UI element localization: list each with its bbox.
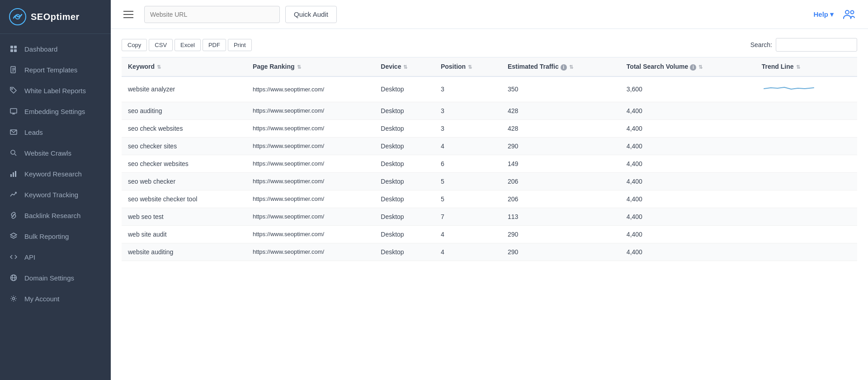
- svg-rect-19: [15, 171, 16, 177]
- sidebar-item-label: Leads: [24, 128, 43, 136]
- search-section: Search:: [750, 38, 857, 52]
- svg-marker-20: [10, 233, 17, 237]
- svg-rect-11: [10, 109, 17, 113]
- sidebar-item-api[interactable]: API: [0, 247, 111, 267]
- sidebar-logo: SEOptimer: [0, 0, 111, 34]
- cell-position: 3: [434, 119, 501, 137]
- help-button[interactable]: Help ▾: [813, 10, 834, 19]
- topbar: Quick Audit Help ▾: [111, 0, 868, 29]
- table-row: seo checker siteshttps://www.seoptimer.c…: [122, 137, 857, 155]
- col-header-total_search_volume[interactable]: Total Search Volumei⇅: [620, 57, 755, 76]
- hamburger-line-3: [123, 17, 133, 18]
- sidebar-item-dashboard[interactable]: Dashboard: [0, 38, 111, 59]
- cell-position: 4: [434, 137, 501, 155]
- col-header-position[interactable]: Position⇅: [434, 57, 501, 76]
- sidebar-item-label: Backlink Research: [24, 212, 80, 219]
- code-icon: [9, 252, 18, 261]
- sidebar-item-white-label[interactable]: White Label Reports: [0, 80, 111, 101]
- cell-page-ranking: https://www.seoptimer.com/: [246, 190, 374, 208]
- sidebar-item-bulk-reporting[interactable]: Bulk Reporting: [0, 226, 111, 247]
- cell-trend-line: [755, 225, 857, 243]
- table-row: web seo testhttps://www.seoptimer.com/De…: [122, 208, 857, 225]
- export-csv-button[interactable]: CSV: [149, 39, 173, 51]
- cell-page-ranking: https://www.seoptimer.com/: [246, 225, 374, 243]
- svg-rect-2: [10, 46, 13, 48]
- col-header-keyword[interactable]: Keyword⇅: [122, 57, 246, 76]
- cell-estimated-traffic: 290: [501, 225, 620, 243]
- cell-total-search-volume: 4,400: [620, 137, 755, 155]
- cell-estimated-traffic: 350: [501, 76, 620, 102]
- sort-icon-total_search_volume: ⇅: [698, 64, 703, 70]
- file-text-icon: [9, 65, 18, 74]
- cell-device: Desktop: [374, 137, 434, 155]
- sidebar-item-website-crawls[interactable]: Website Crawls: [0, 142, 111, 163]
- sidebar-item-backlink-research[interactable]: Backlink Research: [0, 205, 111, 226]
- sidebar-item-label: White Label Reports: [24, 87, 86, 95]
- export-excel-button[interactable]: Excel: [175, 39, 201, 51]
- sidebar-item-label: Website Crawls: [24, 149, 71, 157]
- cell-estimated-traffic: 206: [501, 172, 620, 190]
- monitor-icon: [9, 107, 18, 116]
- info-icon-total_search_volume[interactable]: i: [690, 64, 696, 71]
- table-row: web site audithttps://www.seoptimer.com/…: [122, 225, 857, 243]
- sidebar-item-label: Keyword Tracking: [24, 191, 78, 199]
- nav-items: Dashboard Report Templates White Label R…: [0, 34, 111, 380]
- col-header-estimated_traffic[interactable]: Estimated Traffici⇅: [501, 57, 620, 76]
- info-icon-estimated_traffic[interactable]: i: [561, 64, 567, 71]
- table-row: website auditinghttps://www.seoptimer.co…: [122, 243, 857, 261]
- menu-toggle-button[interactable]: [122, 9, 135, 20]
- svg-rect-3: [14, 46, 17, 48]
- table-header: Keyword⇅Page Ranking⇅Device⇅Position⇅Est…: [122, 57, 857, 76]
- cell-trend-line: [755, 102, 857, 119]
- cell-device: Desktop: [374, 243, 434, 261]
- sidebar-item-label: Bulk Reporting: [24, 233, 69, 240]
- url-input[interactable]: [144, 6, 280, 23]
- svg-rect-18: [13, 172, 14, 177]
- main-area: Quick Audit Help ▾ CopyCSVExcelPDFPrint …: [111, 0, 868, 380]
- table-row: website analyzerhttps://www.seoptimer.co…: [122, 76, 857, 102]
- cell-page-ranking: https://www.seoptimer.com/: [246, 172, 374, 190]
- cell-position: 5: [434, 190, 501, 208]
- sidebar-item-embedding[interactable]: Embedding Settings: [0, 101, 111, 122]
- hamburger-line-1: [123, 11, 133, 12]
- users-icon[interactable]: [841, 6, 857, 23]
- cell-total-search-volume: 4,400: [620, 243, 755, 261]
- cell-keyword: website analyzer: [122, 76, 246, 102]
- sidebar-item-report-templates[interactable]: Report Templates: [0, 59, 111, 80]
- sidebar-item-label: Embedding Settings: [24, 108, 85, 115]
- quick-audit-button[interactable]: Quick Audit: [285, 6, 337, 23]
- sidebar-item-leads[interactable]: Leads: [0, 122, 111, 142]
- mail-icon: [9, 128, 18, 137]
- export-pdf-button[interactable]: PDF: [203, 39, 226, 51]
- bar-chart-icon: [9, 169, 18, 178]
- sort-icon-estimated_traffic: ⇅: [569, 64, 573, 70]
- hamburger-line-2: [123, 14, 133, 15]
- search-label: Search:: [750, 41, 772, 48]
- col-header-trend_line[interactable]: Trend Line⇅: [755, 57, 857, 76]
- export-print-button[interactable]: Print: [228, 39, 252, 51]
- col-header-page_ranking[interactable]: Page Ranking⇅: [246, 57, 374, 76]
- sidebar-item-keyword-tracking[interactable]: Keyword Tracking: [0, 184, 111, 205]
- search-input[interactable]: [776, 38, 857, 52]
- cell-keyword: seo website checker tool: [122, 190, 246, 208]
- cell-trend-line: [755, 137, 857, 155]
- cell-device: Desktop: [374, 208, 434, 225]
- cell-trend-line: [755, 119, 857, 137]
- svg-rect-17: [10, 174, 12, 177]
- svg-point-26: [851, 10, 854, 14]
- sidebar-item-domain-settings[interactable]: Domain Settings: [0, 267, 111, 288]
- cell-page-ranking: https://www.seoptimer.com/: [246, 76, 374, 102]
- sidebar-item-keyword-research[interactable]: Keyword Research: [0, 163, 111, 184]
- cell-position: 3: [434, 102, 501, 119]
- sidebar-item-label: Report Templates: [24, 66, 77, 74]
- cell-device: Desktop: [374, 119, 434, 137]
- cell-page-ranking: https://www.seoptimer.com/: [246, 155, 374, 172]
- sidebar-item-my-account[interactable]: My Account: [0, 288, 111, 309]
- col-header-device[interactable]: Device⇅: [374, 57, 434, 76]
- cell-total-search-volume: 4,400: [620, 225, 755, 243]
- cell-trend-line: [755, 155, 857, 172]
- sort-icon-position: ⇅: [468, 64, 472, 70]
- tag-icon: [9, 86, 18, 95]
- table-toolbar: CopyCSVExcelPDFPrint Search:: [122, 38, 857, 52]
- export-copy-button[interactable]: Copy: [122, 39, 147, 51]
